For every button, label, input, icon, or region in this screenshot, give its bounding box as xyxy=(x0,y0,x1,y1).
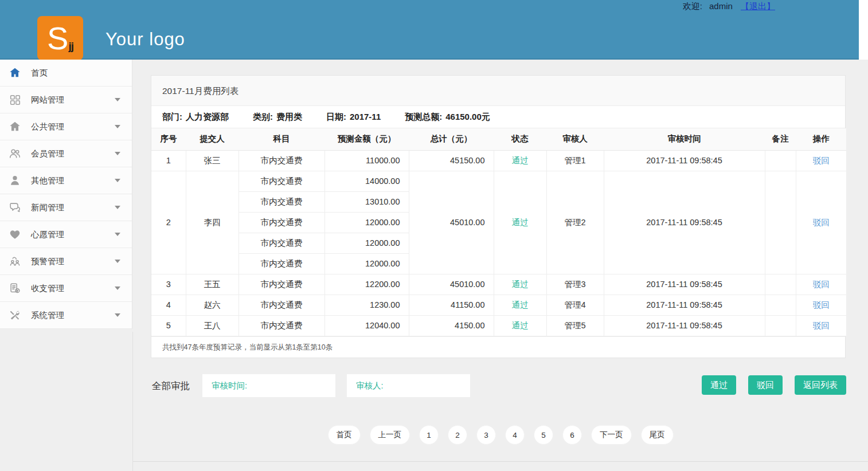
audit-time-input[interactable] xyxy=(202,374,335,397)
logo-letter: S xyxy=(47,22,68,54)
welcome-label: 欢迎: xyxy=(683,1,702,11)
cell-subject: 市内交通费 xyxy=(238,233,324,253)
page-5[interactable]: 5 xyxy=(534,425,553,445)
cell-amount: 12200.00 xyxy=(324,274,409,295)
status-link[interactable]: 通过 xyxy=(512,321,529,330)
back-to-list-button[interactable]: 返回列表 xyxy=(795,375,846,395)
info-department: 部门:人力资源部 xyxy=(162,112,229,123)
cell-subject: 市内交通费 xyxy=(238,315,324,336)
pagination: 首页 上一页 1 2 3 4 5 6 下一页 尾页 xyxy=(133,425,868,445)
page-2[interactable]: 2 xyxy=(448,425,467,445)
status-link[interactable]: 通过 xyxy=(512,156,529,165)
sidebar-item-label: 网站管理 xyxy=(31,95,64,105)
cell-amount: 12000.00 xyxy=(324,253,409,274)
fee-table: 序号 提交人 科目 预测金额（元） 总计（元） 状态 审核人 审核时间 备注 操… xyxy=(151,128,846,336)
sidebar: 首页 网站管理 公共管理 会员管理 其他管理 新闻管理 xyxy=(0,60,132,329)
cell-audit-time: 2017-11-11 09:58:45 xyxy=(604,295,765,315)
cell-total: 41150.00 xyxy=(409,295,494,315)
page-3[interactable]: 3 xyxy=(476,425,496,445)
sidebar-item-label: 收支管理 xyxy=(31,283,64,294)
chevron-down-icon xyxy=(115,179,120,182)
cell-amount: 1230.00 xyxy=(324,295,409,315)
info-date: 日期:2017-11 xyxy=(326,112,381,123)
user-icon xyxy=(8,174,22,187)
cell-audit-time: 2017-11-11 09:58:45 xyxy=(604,315,765,336)
panel-info-bar: 部门:人力资源部 类别:费用类 日期:2017-11 预测总额:46150.00… xyxy=(151,106,845,128)
cell-amount: 14000.00 xyxy=(324,171,409,191)
cell-total: 45010.00 xyxy=(409,274,494,295)
cell-auditor: 管理3 xyxy=(546,274,604,295)
cell-remark xyxy=(765,315,796,336)
col-header-submitter: 提交人 xyxy=(186,128,238,150)
cell-submitter: 李四 xyxy=(186,171,238,274)
sidebar-item-public-mgmt[interactable]: 公共管理 xyxy=(0,113,132,140)
sidebar-item-wish-mgmt[interactable]: 心愿管理 xyxy=(0,221,132,248)
home-icon xyxy=(8,120,22,134)
batch-approval-label: 全部审批 xyxy=(152,374,190,398)
heart-icon xyxy=(8,227,22,241)
chevron-down-icon xyxy=(115,313,120,317)
status-link[interactable]: 通过 xyxy=(512,300,529,309)
cell-auditor: 管理2 xyxy=(546,171,604,274)
chevron-down-icon xyxy=(115,286,120,290)
sidebar-item-home[interactable]: 首页 xyxy=(0,60,132,87)
table-row: 5 王八 市内交通费 12040.00 4150.00 通过 管理5 2017-… xyxy=(151,315,846,336)
approval-buttons: 通过 驳回 返回列表 xyxy=(702,375,846,395)
sidebar-item-system-mgmt[interactable]: 系统管理 xyxy=(0,302,132,329)
cell-subject: 市内交通费 xyxy=(238,295,324,315)
cell-remark xyxy=(765,171,796,274)
auditor-input[interactable] xyxy=(347,374,470,397)
reject-button[interactable]: 驳回 xyxy=(748,375,783,395)
page-last[interactable]: 尾页 xyxy=(641,425,674,445)
sidebar-item-label: 会员管理 xyxy=(31,148,64,159)
reject-link[interactable]: 驳回 xyxy=(813,280,830,289)
alert-group-icon xyxy=(8,254,22,268)
sidebar-item-news-mgmt[interactable]: 新闻管理 xyxy=(0,194,132,221)
cell-auditor: 管理1 xyxy=(546,150,604,171)
reject-link[interactable]: 驳回 xyxy=(813,218,830,227)
cell-remark xyxy=(765,150,796,171)
cell-auditor: 管理5 xyxy=(546,315,604,336)
cell-total: 45010.00 xyxy=(409,171,494,274)
cell-submitter: 赵六 xyxy=(186,295,238,315)
sidebar-item-warning-mgmt[interactable]: 预警管理 xyxy=(0,248,132,275)
pass-button[interactable]: 通过 xyxy=(702,375,736,395)
sidebar-item-other-mgmt[interactable]: 其他管理 xyxy=(0,167,132,194)
sidebar-item-member-mgmt[interactable]: 会员管理 xyxy=(0,140,132,167)
page-next[interactable]: 下一页 xyxy=(591,425,632,445)
col-header-audit-time: 审核时间 xyxy=(604,128,765,150)
reject-link[interactable]: 驳回 xyxy=(813,156,830,165)
page-1[interactable]: 1 xyxy=(419,425,439,445)
table-header-row: 序号 提交人 科目 预测金额（元） 总计（元） 状态 审核人 审核时间 备注 操… xyxy=(151,128,846,150)
status-link[interactable]: 通过 xyxy=(512,218,529,227)
cell-total: 4150.00 xyxy=(409,315,494,336)
col-header-no: 序号 xyxy=(151,128,186,150)
chevron-down-icon xyxy=(115,98,120,101)
cell-submitter: 王五 xyxy=(186,274,238,295)
cell-no: 5 xyxy=(151,315,186,336)
sidebar-item-finance-mgmt[interactable]: 收支管理 xyxy=(0,275,132,302)
cell-no: 3 xyxy=(151,274,186,295)
reject-link[interactable]: 驳回 xyxy=(813,300,830,309)
sidebar-item-site-mgmt[interactable]: 网站管理 xyxy=(0,87,132,113)
logout-link[interactable]: 【退出】 xyxy=(741,1,775,11)
chevron-down-icon xyxy=(115,260,120,263)
cell-no: 1 xyxy=(151,150,186,171)
top-header: S jj Your logo 欢迎: admin 【退出】 xyxy=(0,0,859,60)
page-4[interactable]: 4 xyxy=(505,425,525,445)
page-6[interactable]: 6 xyxy=(562,425,582,445)
cell-auditor: 管理4 xyxy=(546,295,604,315)
sidebar-item-label: 首页 xyxy=(31,68,48,78)
reject-link[interactable]: 驳回 xyxy=(813,321,830,330)
batch-approval-bar: 全部审批 通过 驳回 返回列表 xyxy=(152,374,846,398)
page-prev[interactable]: 上一页 xyxy=(370,425,410,445)
grid-icon xyxy=(8,93,22,107)
cell-remark xyxy=(765,295,796,315)
table-row: 3 王五 市内交通费 12200.00 45010.00 通过 管理3 2017… xyxy=(151,274,846,295)
chevron-down-icon xyxy=(115,152,120,155)
status-link[interactable]: 通过 xyxy=(512,280,529,289)
chevron-down-icon xyxy=(115,206,120,209)
chevron-down-icon xyxy=(115,125,120,128)
sidebar-item-label: 公共管理 xyxy=(31,121,64,132)
page-first[interactable]: 首页 xyxy=(328,425,361,445)
